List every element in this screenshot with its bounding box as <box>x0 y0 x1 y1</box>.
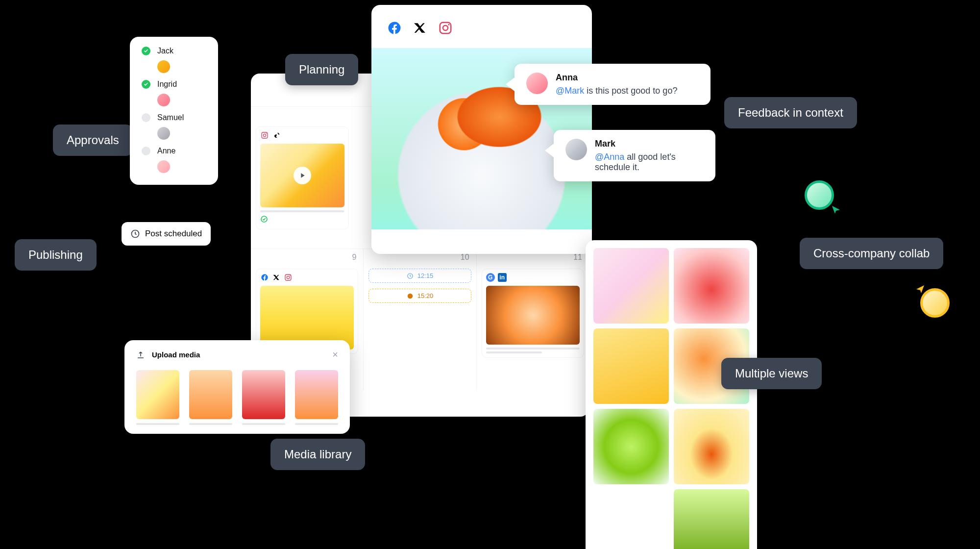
coin-icon <box>407 293 414 299</box>
svg-point-3 <box>266 133 267 134</box>
pending-icon <box>142 113 150 122</box>
post-scheduled-chip: Post scheduled <box>122 222 211 246</box>
mention[interactable]: @Anna <box>595 152 624 162</box>
x-icon[interactable] <box>412 20 428 36</box>
comment-text: @Anna all good let's schedule it. <box>595 152 704 173</box>
gallery-item[interactable] <box>674 409 749 484</box>
pending-icon <box>142 147 150 155</box>
comment-author: Anna <box>556 73 677 83</box>
gallery-card <box>586 240 757 549</box>
calendar-post[interactable] <box>256 126 349 229</box>
facebook-icon <box>260 273 269 282</box>
avatar <box>157 127 170 140</box>
time-slot[interactable]: 15:20 <box>368 289 471 303</box>
gallery-item[interactable] <box>593 409 669 484</box>
avatar <box>157 160 170 173</box>
calendar-cell[interactable]: 11 G in <box>477 249 589 391</box>
media-item[interactable] <box>189 370 232 425</box>
time-slot-time: 15:20 <box>417 292 434 299</box>
comment-text: @Mark is this post good to go? <box>556 86 677 96</box>
approval-row[interactable]: Ingrid <box>142 80 206 89</box>
collaborator-cursor <box>805 180 834 210</box>
avatar <box>565 139 587 160</box>
media-library-card: Upload media × <box>124 340 350 434</box>
gallery-item[interactable] <box>674 248 749 324</box>
instagram-icon <box>260 131 269 140</box>
svg-point-2 <box>263 134 266 136</box>
media-library-label: Media library <box>270 439 365 470</box>
mention[interactable]: @Mark <box>556 86 584 96</box>
instagram-icon <box>284 273 293 282</box>
x-icon <box>272 273 281 282</box>
avatar <box>157 60 170 73</box>
gallery-item[interactable] <box>674 489 749 549</box>
play-icon[interactable] <box>294 167 311 184</box>
calendar-post[interactable]: G in <box>482 269 584 358</box>
approvals-label: Approvals <box>53 125 133 156</box>
calendar-day-number: 9 <box>352 253 356 262</box>
media-item[interactable] <box>242 370 285 425</box>
planning-label: Planning <box>285 54 358 85</box>
media-item[interactable] <box>295 370 338 425</box>
instagram-icon[interactable] <box>437 20 454 36</box>
google-icon: G <box>486 273 495 282</box>
svg-point-11 <box>443 25 448 30</box>
clock-icon <box>407 273 414 279</box>
publishing-label: Publishing <box>15 239 97 271</box>
post-preview-card <box>371 5 592 254</box>
avatar <box>157 94 170 106</box>
media-item[interactable] <box>136 370 179 425</box>
calendar-day-number: 11 <box>573 253 582 262</box>
upload-icon <box>136 350 145 359</box>
post-thumbnail <box>486 286 580 345</box>
comment-author: Mark <box>595 139 704 149</box>
cross-company-label: Cross-company collab <box>800 238 943 269</box>
linkedin-icon: in <box>498 273 507 282</box>
svg-point-9 <box>407 293 413 299</box>
tiktok-icon <box>272 131 281 140</box>
bubble-tail <box>506 77 514 91</box>
approver-name: Ingrid <box>157 80 177 89</box>
approvals-card: Jack Ingrid Samuel Anne <box>130 37 218 185</box>
clock-icon <box>130 229 140 239</box>
avatar <box>526 73 548 94</box>
check-icon <box>142 80 150 89</box>
bubble-tail <box>545 144 554 157</box>
cursor-icon <box>915 284 925 294</box>
post-scheduled-text: Post scheduled <box>145 229 202 239</box>
gallery-item[interactable] <box>593 248 669 324</box>
approved-icon <box>260 215 268 223</box>
cursor-icon <box>831 205 841 215</box>
approver-name: Samuel <box>157 113 184 122</box>
gallery-item[interactable] <box>593 328 669 404</box>
check-icon <box>142 47 150 55</box>
approver-name: Anne <box>157 147 175 155</box>
approval-row[interactable]: Jack <box>142 47 206 55</box>
upload-media-title: Upload media <box>152 350 325 359</box>
svg-point-6 <box>287 276 289 278</box>
calendar-day-number: 10 <box>461 253 469 262</box>
facebook-icon[interactable] <box>386 20 403 36</box>
calendar-cell[interactable]: 10 12:15 15:20 <box>364 249 476 391</box>
comment-bubble[interactable]: Mark @Anna all good let's schedule it. <box>554 130 715 181</box>
time-slot-time: 12:15 <box>417 272 434 279</box>
feedback-label: Feedback in context <box>724 97 857 128</box>
approval-row[interactable]: Samuel <box>142 113 206 122</box>
multiple-views-label: Multiple views <box>721 358 822 389</box>
approver-name: Jack <box>157 47 173 55</box>
approval-row[interactable]: Anne <box>142 147 206 155</box>
time-slot[interactable]: 12:15 <box>368 269 471 283</box>
svg-point-7 <box>290 275 291 276</box>
close-icon[interactable]: × <box>332 349 338 360</box>
svg-point-12 <box>448 24 449 25</box>
post-thumbnail <box>260 144 344 207</box>
comment-bubble[interactable]: Anna @Mark is this post good to go? <box>514 64 710 105</box>
